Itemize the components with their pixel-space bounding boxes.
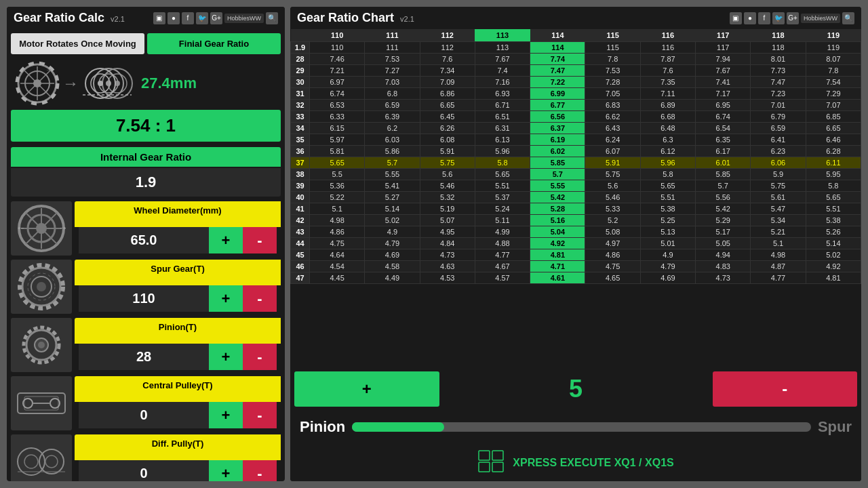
table-cell[interactable]: 5.97 <box>310 134 365 146</box>
table-cell[interactable]: 5.25 <box>640 215 695 226</box>
table-row[interactable]: 375.655.75.755.85.855.915.966.016.066.11 <box>291 157 861 169</box>
table-cell[interactable]: 7.17 <box>696 88 751 100</box>
table-cell[interactable]: 6.65 <box>806 123 861 134</box>
table-cell[interactable]: 6.3 <box>640 134 695 146</box>
table-cell[interactable]: 6.68 <box>640 111 695 123</box>
table-cell[interactable]: 6.71 <box>475 100 530 111</box>
table-cell[interactable]: 110 <box>310 42 365 54</box>
table-cell[interactable]: 111 <box>365 42 420 54</box>
table-cell[interactable]: 5.37 <box>475 192 530 203</box>
table-row[interactable]: 1.9110111112113114115116117118119 <box>291 42 861 54</box>
table-cell[interactable]: 4.53 <box>420 272 475 284</box>
table-cell[interactable]: 5.19 <box>420 203 475 215</box>
table-cell[interactable]: 115 <box>585 42 640 54</box>
table-row[interactable]: 434.864.94.954.995.045.085.135.175.215.2… <box>291 226 861 238</box>
table-cell[interactable]: 6.39 <box>365 111 420 123</box>
table-cell[interactable]: 5.46 <box>420 180 475 192</box>
table-row[interactable]: 415.15.145.195.245.285.335.385.425.475.5… <box>291 203 861 215</box>
table-cell[interactable]: 5.16 <box>530 215 585 226</box>
table-cell[interactable]: 6.31 <box>475 123 530 134</box>
table-cell[interactable]: 5.85 <box>696 169 751 180</box>
table-cell[interactable]: 4.65 <box>585 272 640 284</box>
table-cell[interactable]: 7.22 <box>530 77 585 88</box>
table-cell[interactable]: 6.85 <box>806 111 861 123</box>
table-cell[interactable]: 4.99 <box>475 226 530 238</box>
table-cell[interactable]: 6.17 <box>696 146 751 157</box>
table-cell[interactable]: 4.61 <box>530 272 585 284</box>
right-social-icon-2[interactable]: ● <box>744 12 756 24</box>
table-cell[interactable]: 5.7 <box>696 180 751 192</box>
table-cell[interactable]: 8.07 <box>806 54 861 65</box>
table-cell[interactable]: 112 <box>420 42 475 54</box>
table-cell[interactable]: 7.28 <box>585 77 640 88</box>
table-cell[interactable]: 7.35 <box>640 77 695 88</box>
table-cell[interactable]: 4.81 <box>806 272 861 284</box>
table-cell[interactable]: 4.9 <box>365 226 420 238</box>
table-cell[interactable]: 6.53 <box>310 100 365 111</box>
table-cell[interactable]: 4.84 <box>420 238 475 249</box>
table-row[interactable]: 316.746.86.866.936.997.057.117.177.237.2… <box>291 88 861 100</box>
table-row[interactable]: 346.156.26.266.316.376.436.486.546.596.6… <box>291 123 861 134</box>
table-cell[interactable]: 6.93 <box>475 88 530 100</box>
table-cell[interactable]: 5.41 <box>365 180 420 192</box>
table-cell[interactable]: 5.08 <box>585 226 640 238</box>
table-cell[interactable]: 5.8 <box>640 169 695 180</box>
table-cell[interactable]: 5.46 <box>585 192 640 203</box>
table-cell[interactable]: 4.97 <box>585 238 640 249</box>
social-icon-3[interactable]: f <box>182 12 194 24</box>
right-search-icon[interactable]: 🔍 <box>842 12 854 24</box>
table-cell[interactable]: 4.69 <box>365 249 420 261</box>
table-cell[interactable]: 6.56 <box>530 111 585 123</box>
table-cell[interactable]: 5.9 <box>751 169 806 180</box>
table-row[interactable]: 464.544.584.634.674.714.754.794.834.874.… <box>291 261 861 272</box>
table-cell[interactable]: 4.75 <box>310 238 365 249</box>
chart-minus-button[interactable]: - <box>713 371 858 407</box>
table-cell[interactable]: 5.95 <box>806 169 861 180</box>
table-cell[interactable]: 5.51 <box>806 203 861 215</box>
table-cell[interactable]: 6.62 <box>585 111 640 123</box>
table-cell[interactable]: 7.8 <box>585 54 640 65</box>
table-cell[interactable]: 5.8 <box>475 157 530 169</box>
table-cell[interactable]: 6.08 <box>420 134 475 146</box>
table-cell[interactable]: 6.95 <box>696 100 751 111</box>
table-cell[interactable]: 5.42 <box>530 192 585 203</box>
table-cell[interactable]: 6.51 <box>475 111 530 123</box>
social-icon-5[interactable]: G+ <box>210 12 222 24</box>
table-cell[interactable]: 4.98 <box>310 215 365 226</box>
table-cell[interactable]: 118 <box>751 42 806 54</box>
table-cell[interactable]: 7.16 <box>475 77 530 88</box>
table-cell[interactable]: 4.79 <box>640 261 695 272</box>
table-cell[interactable]: 6.12 <box>640 146 695 157</box>
table-cell[interactable]: 4.54 <box>310 261 365 272</box>
pinion-spur-slider[interactable] <box>352 422 811 432</box>
spur-gear-minus[interactable]: - <box>243 285 277 312</box>
table-cell[interactable]: 5.22 <box>310 192 365 203</box>
table-row[interactable]: 405.225.275.325.375.425.465.515.565.615.… <box>291 192 861 203</box>
table-cell[interactable]: 7.01 <box>751 100 806 111</box>
table-cell[interactable]: 5.11 <box>475 215 530 226</box>
table-row[interactable]: 424.985.025.075.115.165.25.255.295.345.3… <box>291 215 861 226</box>
diff-pully-plus[interactable]: + <box>209 460 243 481</box>
table-cell[interactable]: 7.21 <box>310 65 365 77</box>
table-cell[interactable]: 7.73 <box>751 65 806 77</box>
table-cell[interactable]: 7.47 <box>530 65 585 77</box>
right-social-icon-3[interactable]: f <box>758 12 770 24</box>
table-cell[interactable]: 5.29 <box>696 215 751 226</box>
table-cell[interactable]: 6.26 <box>420 123 475 134</box>
table-cell[interactable]: 7.8 <box>806 65 861 77</box>
table-cell[interactable]: 6.79 <box>751 111 806 123</box>
table-row[interactable]: 444.754.794.844.884.924.975.015.055.15.1… <box>291 238 861 249</box>
table-cell[interactable]: 6.33 <box>310 111 365 123</box>
table-cell[interactable]: 6.13 <box>475 134 530 146</box>
table-cell[interactable]: 5.38 <box>640 203 695 215</box>
final-gear-button[interactable]: Finial Gear Ratio <box>147 33 281 54</box>
table-row[interactable]: 454.644.694.734.774.814.864.94.944.985.0… <box>291 249 861 261</box>
pinion-minus[interactable]: - <box>243 344 277 370</box>
table-cell[interactable]: 4.86 <box>585 249 640 261</box>
table-cell[interactable]: 5.91 <box>420 146 475 157</box>
search-icon[interactable]: 🔍 <box>266 12 278 24</box>
table-cell[interactable]: 5.34 <box>751 215 806 226</box>
table-cell[interactable]: 5.13 <box>640 226 695 238</box>
table-cell[interactable]: 4.77 <box>475 249 530 261</box>
table-cell[interactable]: 7.87 <box>640 54 695 65</box>
